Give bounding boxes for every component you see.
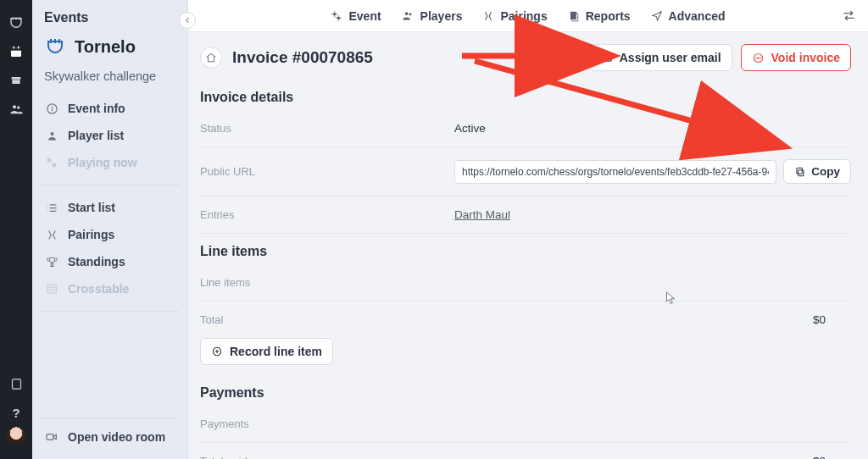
copy-icon bbox=[794, 166, 806, 178]
advanced-icon bbox=[651, 10, 663, 22]
tab-label: Advanced bbox=[669, 9, 726, 23]
rail-docs-icon[interactable] bbox=[0, 369, 32, 398]
svg-rect-24 bbox=[797, 168, 802, 174]
nav-label: Playing now bbox=[68, 156, 137, 169]
sidebar-collapse-button[interactable] bbox=[179, 12, 196, 29]
svg-rect-6 bbox=[12, 379, 20, 388]
svg-rect-12 bbox=[53, 163, 57, 168]
svg-point-17 bbox=[404, 12, 408, 15]
label-line-items: Line items bbox=[200, 276, 454, 289]
avatar[interactable] bbox=[7, 427, 25, 445]
section-payments: Payments bbox=[200, 375, 851, 406]
nav-label: Open video room bbox=[68, 430, 165, 444]
rail-logo-icon[interactable] bbox=[0, 8, 32, 37]
tab-event[interactable]: Event bbox=[331, 9, 381, 23]
tabs: Event Players Pairings Reports Advanced bbox=[331, 9, 725, 23]
content: Invoice #00070865 Assign user email Void… bbox=[188, 32, 868, 459]
svg-rect-14 bbox=[47, 434, 53, 440]
trophy-icon bbox=[44, 256, 59, 268]
crosstable-icon bbox=[44, 283, 59, 295]
org-name: Tornelo bbox=[75, 37, 136, 57]
pairings-icon bbox=[44, 229, 59, 241]
svg-point-5 bbox=[17, 106, 19, 108]
void-invoice-button[interactable]: Void invoice bbox=[741, 44, 851, 71]
list-icon bbox=[44, 202, 59, 214]
section-line-items: Line items bbox=[200, 234, 851, 264]
tab-label: Reports bbox=[586, 9, 631, 23]
value-total-paid: $0 bbox=[454, 455, 851, 459]
rail-archive-icon[interactable] bbox=[0, 66, 32, 95]
tab-players[interactable]: Players bbox=[402, 9, 463, 23]
row-public-url: Public URL Copy bbox=[200, 147, 851, 196]
nav-separator bbox=[41, 418, 179, 418]
event-name[interactable]: Skywalker challenge bbox=[32, 66, 187, 91]
label-payments: Payments bbox=[200, 418, 454, 430]
plus-circle-icon bbox=[211, 346, 223, 357]
svg-rect-9 bbox=[51, 106, 52, 107]
tab-pairings[interactable]: Pairings bbox=[482, 9, 547, 23]
board-icon bbox=[44, 157, 59, 169]
svg-point-4 bbox=[13, 105, 16, 108]
page-title: Invoice #00070865 bbox=[232, 48, 373, 67]
video-icon bbox=[44, 430, 59, 444]
tab-label: Pairings bbox=[500, 9, 547, 23]
void-icon bbox=[752, 52, 765, 64]
nav-playing-now: Playing now bbox=[32, 149, 187, 176]
public-url-input[interactable] bbox=[454, 160, 776, 184]
info-icon bbox=[44, 102, 59, 115]
value-status: Active bbox=[454, 122, 851, 135]
app-rail: ? bbox=[0, 0, 32, 459]
nav-separator bbox=[41, 185, 179, 185]
label-total-paid: Total paid bbox=[200, 455, 454, 459]
nav-open-video-room[interactable]: Open video room bbox=[32, 423, 187, 451]
rail-events-icon[interactable] bbox=[0, 37, 32, 66]
main: Event Players Pairings Reports Advanced bbox=[188, 0, 868, 459]
rail-help-icon[interactable]: ? bbox=[0, 398, 32, 427]
nav-label: Standings bbox=[68, 255, 125, 268]
org-logo-icon bbox=[44, 36, 66, 58]
assign-user-email-button[interactable]: Assign user email bbox=[589, 44, 732, 71]
tab-label: Players bbox=[420, 9, 463, 23]
sidebar-title: Events bbox=[32, 8, 187, 30]
reports-icon bbox=[568, 10, 580, 22]
svg-rect-8 bbox=[51, 108, 52, 111]
org-row[interactable]: Tornelo bbox=[32, 30, 187, 66]
svg-rect-3 bbox=[18, 46, 19, 48]
section-invoice-details: Invoice details bbox=[200, 80, 851, 110]
tab-advanced[interactable]: Advanced bbox=[651, 9, 726, 23]
nav-label: Player list bbox=[68, 129, 124, 142]
button-label: Void invoice bbox=[771, 51, 840, 64]
svg-rect-23 bbox=[798, 169, 804, 175]
nav-group-1: Event info Player list Playing now bbox=[32, 91, 187, 180]
entry-link[interactable]: Darth Maul bbox=[454, 208, 510, 221]
copy-button[interactable]: Copy bbox=[783, 159, 851, 184]
nav-event-info[interactable]: Event info bbox=[32, 95, 187, 122]
svg-rect-1 bbox=[11, 47, 21, 50]
svg-rect-13 bbox=[47, 285, 57, 294]
nav-pairings[interactable]: Pairings bbox=[32, 221, 187, 248]
label-entries: Entries bbox=[200, 208, 454, 221]
pairings-icon bbox=[482, 10, 494, 22]
home-button[interactable] bbox=[200, 47, 222, 69]
svg-point-10 bbox=[50, 132, 53, 135]
swap-icon[interactable] bbox=[842, 0, 856, 31]
players-icon bbox=[402, 9, 415, 22]
svg-rect-2 bbox=[14, 46, 14, 48]
svg-rect-11 bbox=[47, 158, 52, 163]
svg-point-16 bbox=[337, 16, 341, 19]
nav-crosstable: Crosstable bbox=[32, 275, 187, 302]
nav-label: Start list bbox=[68, 201, 115, 214]
tab-reports[interactable]: Reports bbox=[568, 9, 631, 23]
mail-icon bbox=[600, 52, 613, 64]
record-line-item-button[interactable]: Record line item bbox=[200, 338, 333, 365]
label-total: Total bbox=[200, 313, 454, 326]
person-icon bbox=[44, 130, 59, 142]
button-label: Copy bbox=[811, 165, 840, 178]
topbar: Event Players Pairings Reports Advanced bbox=[188, 0, 868, 32]
nav-start-list[interactable]: Start list bbox=[32, 194, 187, 221]
label-public-url: Public URL bbox=[200, 165, 454, 178]
nav-player-list[interactable]: Player list bbox=[32, 122, 187, 149]
nav-standings[interactable]: Standings bbox=[32, 248, 187, 275]
rail-people-icon[interactable] bbox=[0, 95, 32, 124]
tab-label: Event bbox=[348, 9, 381, 23]
